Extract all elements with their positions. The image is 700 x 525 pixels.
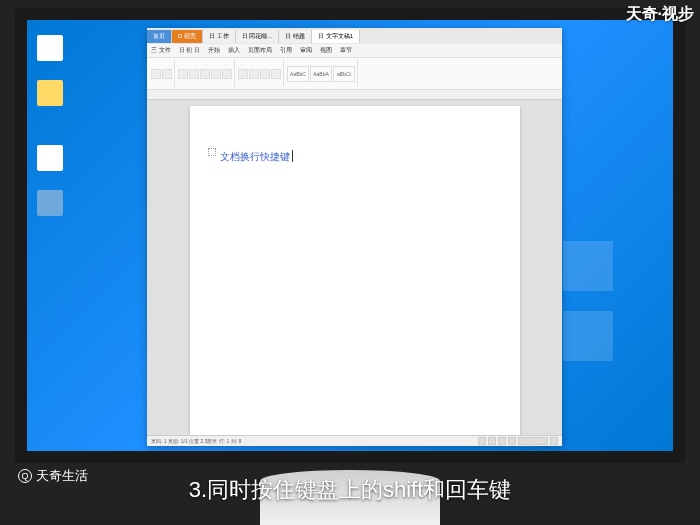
view-mode-button[interactable]: [488, 437, 496, 445]
menu-view[interactable]: 视图: [316, 44, 336, 57]
desktop-icon[interactable]: [35, 35, 65, 70]
menu-file[interactable]: 三 文件: [147, 44, 175, 57]
bold-button[interactable]: [200, 69, 210, 79]
document-area: 文档换行快捷键: [147, 100, 562, 435]
text-cursor: [292, 150, 293, 162]
status-right: [478, 437, 558, 445]
tab-daoke[interactable]: D 稻壳: [172, 30, 203, 43]
video-subtitle: 3.同时按住键盘上的shift和回车键: [0, 475, 700, 505]
status-bar: 页码: 1 页面: 1/1 位置 2.5厘米 行: 1 列: 8: [147, 435, 562, 446]
watermark-top-right: 天奇·视步: [626, 4, 694, 25]
align-center-button[interactable]: [249, 69, 259, 79]
align-right-button[interactable]: [260, 69, 270, 79]
horizontal-ruler[interactable]: [147, 90, 562, 100]
ribbon-font: [176, 60, 235, 87]
font-button[interactable]: [178, 69, 188, 79]
zoom-out-button[interactable]: [508, 437, 516, 445]
menu-start[interactable]: 开始: [204, 44, 224, 57]
menu-layout[interactable]: 页面布局: [244, 44, 276, 57]
ribbon-styles: AaBbC AaBbA aBbCt: [285, 60, 358, 87]
desktop-icon[interactable]: [35, 145, 65, 180]
status-page-info: 页码: 1 页面: 1/1 位置 2.5厘米 行: 1 列: 8: [151, 438, 241, 444]
ribbon-toolbar: AaBbC AaBbA aBbCt: [147, 58, 562, 90]
view-mode-button[interactable]: [498, 437, 506, 445]
tab-home[interactable]: 首页: [147, 30, 172, 43]
italic-button[interactable]: [211, 69, 221, 79]
ribbon-paragraph: [236, 60, 284, 87]
paragraph-mark-icon: [208, 148, 216, 156]
monitor-frame: 首页 D 稻壳 日 工作 日 同花顺... 日 结题 日 文字文稿1 三 文件 …: [15, 8, 685, 463]
underline-button[interactable]: [222, 69, 232, 79]
align-left-button[interactable]: [238, 69, 248, 79]
tab-doc[interactable]: 日 工作: [203, 30, 236, 43]
desktop-icon[interactable]: [35, 190, 65, 225]
cut-button[interactable]: [162, 69, 172, 79]
menu-ref[interactable]: 引用: [276, 44, 296, 57]
zoom-slider[interactable]: [518, 437, 548, 445]
style-normal[interactable]: AaBbC: [287, 66, 309, 82]
tab-doc-active[interactable]: 日 文字文稿1: [312, 30, 360, 43]
style-heading1[interactable]: AaBbA: [310, 66, 332, 82]
tab-doc[interactable]: 日 同花顺...: [236, 30, 280, 43]
menu-bar: 三 文件 日 初 日 开始 插入 页面布局 引用 审阅 视图 章节: [147, 44, 562, 58]
ribbon-clipboard: [149, 60, 175, 87]
style-heading2[interactable]: aBbCt: [333, 66, 355, 82]
document-tab-bar: 首页 D 稻壳 日 工作 日 同花顺... 日 结题 日 文字文稿1: [147, 28, 562, 44]
size-button[interactable]: [189, 69, 199, 79]
menu-qat[interactable]: 日 初 日: [175, 44, 204, 57]
zoom-in-button[interactable]: [550, 437, 558, 445]
menu-section[interactable]: 章节: [336, 44, 356, 57]
menu-review[interactable]: 审阅: [296, 44, 316, 57]
desktop-icon[interactable]: [35, 80, 65, 115]
list-button[interactable]: [271, 69, 281, 79]
wps-writer-window: 首页 D 稻壳 日 工作 日 同花顺... 日 结题 日 文字文稿1 三 文件 …: [147, 28, 562, 446]
windows-desktop[interactable]: 首页 D 稻壳 日 工作 日 同花顺... 日 结题 日 文字文稿1 三 文件 …: [27, 20, 673, 451]
tab-doc[interactable]: 日 结题: [279, 30, 312, 43]
view-mode-button[interactable]: [478, 437, 486, 445]
paste-button[interactable]: [151, 69, 161, 79]
menu-insert[interactable]: 插入: [224, 44, 244, 57]
document-text[interactable]: 文档换行快捷键: [220, 151, 290, 162]
document-page[interactable]: 文档换行快捷键: [190, 106, 520, 435]
